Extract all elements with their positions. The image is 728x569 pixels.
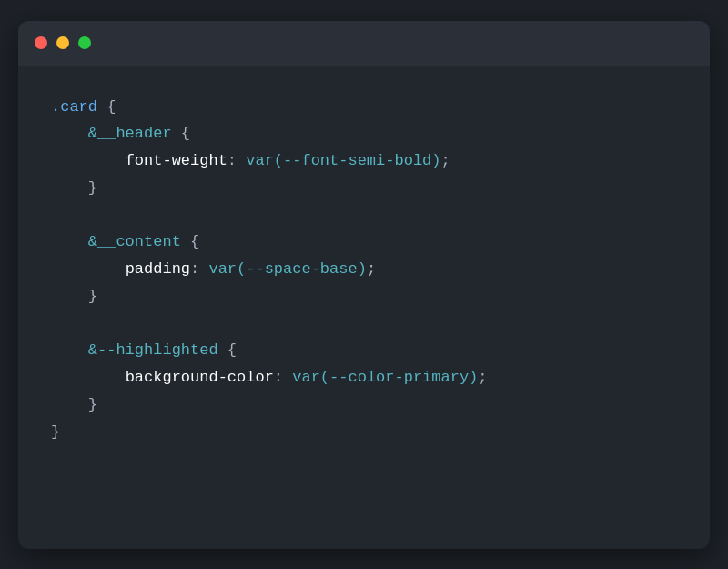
- maximize-button[interactable]: [78, 36, 91, 49]
- bem-header-selector: &__header: [88, 120, 172, 147]
- prop-font-weight: font-weight: [126, 147, 228, 175]
- code-line-10: &--highlighted {: [51, 337, 677, 364]
- code-line-7: padding: var(--space-base);: [51, 256, 677, 283]
- minimize-button[interactable]: [56, 36, 69, 49]
- code-line-8: }: [51, 283, 677, 310]
- value-padding: var(--space-base): [208, 256, 366, 283]
- titlebar: [18, 21, 710, 66]
- code-window: .card { &__header { font-weight: var(--f…: [18, 21, 710, 549]
- value-background-color: var(--color-primary): [292, 364, 478, 391]
- code-line-12: }: [51, 391, 677, 419]
- code-editor: .card { &__header { font-weight: var(--f…: [18, 66, 710, 473]
- code-line-2: &__header {: [51, 120, 677, 147]
- class-selector: .card: [51, 94, 97, 121]
- blank-line-2: [51, 310, 677, 338]
- modifier-highlighted-selector: &--highlighted: [88, 337, 218, 364]
- bem-content-selector: &__content: [88, 229, 181, 256]
- code-line-11: background-color: var(--color-primary);: [51, 364, 677, 391]
- prop-padding: padding: [126, 256, 190, 283]
- blank-line-1: [51, 202, 677, 229]
- close-button[interactable]: [35, 36, 47, 49]
- prop-background-color: background-color: [126, 364, 274, 391]
- code-line-13: }: [51, 419, 677, 446]
- code-line-1: .card {: [51, 94, 677, 121]
- value-font-weight: var(--font-semi-bold): [246, 147, 440, 175]
- code-line-3: font-weight: var(--font-semi-bold);: [51, 147, 677, 175]
- code-line-4: }: [51, 175, 677, 202]
- code-line-6: &__content {: [51, 229, 677, 256]
